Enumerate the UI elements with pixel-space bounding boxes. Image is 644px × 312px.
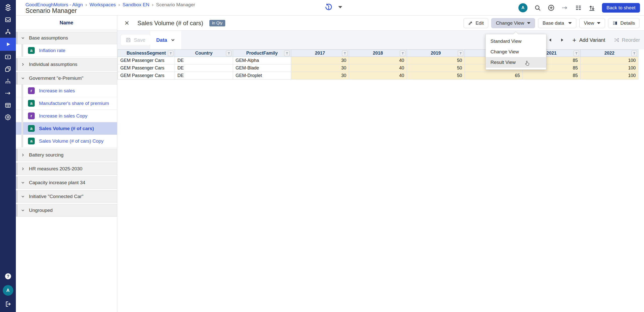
- grid-cell-value[interactable]: 50: [407, 57, 465, 64]
- copy-pages-icon[interactable]: [0, 63, 16, 75]
- filter-icon[interactable]: [226, 51, 232, 56]
- reorder-button[interactable]: Reorder: [614, 37, 640, 43]
- close-icon[interactable]: ✕: [124, 20, 129, 26]
- grid-cell[interactable]: GEM Passenger Cars: [118, 57, 175, 64]
- sort-updown-icon[interactable]: [588, 4, 595, 11]
- grid-cell-value[interactable]: 65: [465, 72, 523, 80]
- grid-cell[interactable]: GEM Passenger Cars: [118, 64, 175, 72]
- next-variant-arrow[interactable]: [560, 38, 564, 42]
- view-button[interactable]: View: [579, 18, 605, 28]
- grid-cell[interactable]: DE: [175, 72, 233, 80]
- jump-arrow-icon[interactable]: [561, 4, 568, 11]
- grid-cell-value[interactable]: 100: [581, 64, 638, 72]
- flow-arrow-icon[interactable]: [0, 87, 16, 99]
- data-tab[interactable]: Data: [150, 31, 181, 49]
- detail-list-icon[interactable]: [575, 4, 582, 11]
- grid-cell-value[interactable]: 100: [581, 57, 638, 64]
- tree-group-base-assumptions[interactable]: Base assumptions: [16, 32, 117, 44]
- tree-leaf-sales-volume-copy[interactable]: a Sales Volume (# of cars) Copy: [16, 135, 117, 147]
- app-logo-icon[interactable]: [0, 0, 16, 14]
- chevron-down-icon[interactable]: [21, 181, 25, 185]
- menu-item-change-view[interactable]: Change View: [486, 47, 546, 57]
- back-to-sheet-button[interactable]: Back to sheet: [602, 3, 640, 13]
- grid-cell-value[interactable]: 50: [407, 64, 465, 72]
- column-header-2019[interactable]: 2019: [407, 49, 465, 57]
- breadcrumb-root[interactable]: GoodEnoughMotors - Align: [25, 2, 83, 8]
- help-icon[interactable]: ?: [4, 272, 12, 280]
- grid-cell-value[interactable]: 40: [349, 64, 407, 72]
- grid-cell-value[interactable]: 50: [407, 72, 465, 80]
- tree-group-initiative-connected-car[interactable]: Initiative "Connected Car": [16, 190, 117, 203]
- history-dropdown-caret[interactable]: [338, 6, 342, 8]
- column-header-2022[interactable]: 2022: [581, 49, 638, 57]
- filter-icon[interactable]: [631, 51, 637, 56]
- grid-cell-value[interactable]: 40: [349, 57, 407, 64]
- history-icon[interactable]: [325, 3, 333, 11]
- menu-item-standard-view[interactable]: Standard View: [486, 36, 546, 47]
- top-avatar[interactable]: A: [518, 3, 527, 12]
- prev-variant-arrow[interactable]: [548, 38, 552, 42]
- search-icon[interactable]: [534, 4, 541, 11]
- chevron-down-icon[interactable]: [21, 194, 25, 199]
- chevron-right-icon[interactable]: [21, 167, 25, 171]
- menu-item-result-view[interactable]: Result View: [486, 57, 546, 68]
- chevron-down-icon[interactable]: [21, 76, 25, 80]
- tree-leaf-sales-volume[interactable]: a Sales Volume (# of cars): [16, 122, 117, 135]
- tree-group-capacity-increase[interactable]: Capacity increase plant 34: [16, 176, 117, 189]
- grid-cell[interactable]: GEM-Droplet: [233, 72, 291, 80]
- filter-icon[interactable]: [458, 51, 463, 56]
- tree-leaf-increase-in-sales-copy[interactable]: r Increase in sales Copy: [16, 110, 117, 122]
- column-header-country[interactable]: Country: [175, 49, 233, 57]
- filter-icon[interactable]: [400, 51, 405, 56]
- chevron-down-icon[interactable]: [21, 36, 25, 40]
- tree-leaf-increase-in-sales[interactable]: r Increase in sales: [16, 85, 117, 97]
- tree-leaf-inflation-rate[interactable]: a Inflation rate: [16, 44, 117, 57]
- grid-cell[interactable]: GEM-Blade: [233, 64, 291, 72]
- filter-icon[interactable]: [342, 51, 348, 56]
- tree-group-battery-sourcing[interactable]: Battery sourcing: [16, 149, 117, 161]
- grid-cell[interactable]: GEM Passenger Cars: [118, 72, 175, 80]
- column-header-2017[interactable]: 2017: [291, 49, 349, 57]
- breadcrumb-workspaces[interactable]: Workspaces: [90, 2, 116, 8]
- grid-cell[interactable]: DE: [175, 64, 233, 72]
- grid-cell-value[interactable]: 30: [291, 57, 349, 64]
- network-icon[interactable]: [0, 75, 16, 87]
- user-avatar[interactable]: A: [3, 285, 13, 296]
- scenario-play-icon[interactable]: [0, 38, 16, 51]
- column-header-productfamily[interactable]: ProductFamily: [233, 49, 291, 57]
- edit-button[interactable]: Edit: [464, 18, 488, 28]
- chevron-right-icon[interactable]: [21, 153, 25, 157]
- org-hierarchy-icon[interactable]: [0, 26, 16, 38]
- column-header-2018[interactable]: 2018: [349, 49, 407, 57]
- filter-icon[interactable]: [168, 51, 173, 56]
- add-variant-button[interactable]: + Add Variant: [573, 37, 605, 43]
- chevron-down-icon[interactable]: [21, 208, 25, 212]
- tree-leaf-manufacturers-share[interactable]: a Manufacturer's share of premium: [16, 97, 117, 110]
- grid-cell-value[interactable]: 40: [349, 72, 407, 80]
- add-circle-icon[interactable]: [548, 4, 555, 11]
- filter-icon[interactable]: [284, 51, 290, 56]
- tree-group-individual-assumptions[interactable]: Individual assumptions: [16, 58, 117, 71]
- logout-icon[interactable]: [5, 301, 11, 307]
- column-header-businesssegment[interactable]: BusinessSegment: [118, 49, 175, 57]
- grid-cell-value[interactable]: 85: [523, 72, 581, 80]
- filter-icon[interactable]: [574, 51, 579, 56]
- settings-gear-icon[interactable]: [0, 111, 16, 123]
- tree-group-government-e-premium[interactable]: Government "e-Premium": [16, 72, 117, 85]
- table-icon[interactable]: [0, 99, 16, 111]
- base-data-select[interactable]: Base data: [538, 18, 576, 28]
- chevron-right-icon[interactable]: [21, 62, 25, 66]
- save-button[interactable]: Save: [121, 34, 150, 46]
- breadcrumb-sandbox[interactable]: Sandbox EN: [123, 2, 149, 8]
- tree-group-ungrouped[interactable]: Ungrouped: [16, 204, 117, 217]
- details-button[interactable]: Details: [608, 18, 639, 28]
- inbox-icon[interactable]: [0, 14, 16, 26]
- grid-cell-value[interactable]: 30: [291, 64, 349, 72]
- video-icon[interactable]: [0, 51, 16, 63]
- grid-cell[interactable]: DE: [175, 57, 233, 64]
- grid-cell-value[interactable]: 100: [581, 72, 638, 80]
- grid-cell[interactable]: GEM-Alpha: [233, 57, 291, 64]
- grid-cell-value[interactable]: 30: [291, 72, 349, 80]
- change-view-button[interactable]: Change View: [491, 18, 535, 28]
- tree-group-hr-measures[interactable]: HR measures 2025-2030: [16, 163, 117, 175]
